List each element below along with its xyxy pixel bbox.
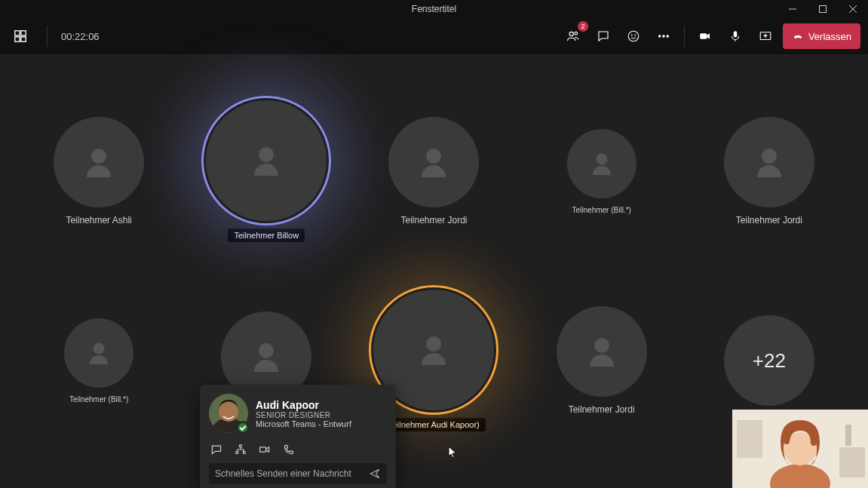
participant-tile[interactable]: Teilnehmer (Bill.*) [15,266,182,456]
window-maximize-button[interactable] [808,0,838,18]
contact-name: Audi Kapoor [256,399,351,411]
chat-button[interactable] [590,23,616,49]
toolbar-divider [684,26,685,47]
send-icon[interactable] [369,468,381,480]
participant-name: Teilnehmer (Bill.*) [572,206,631,214]
window-close-button[interactable] [838,0,868,18]
gallery-layout-button[interactable] [8,23,33,49]
svg-point-13 [658,35,660,37]
chat-action-button[interactable] [210,443,222,456]
participant-name: Teilnehmer Jordi [400,215,467,226]
window-minimize-button[interactable] [778,0,808,18]
avatar-placeholder-icon [54,117,144,207]
people-button[interactable]: 2 [560,23,586,49]
camera-toggle-button[interactable] [692,23,718,49]
window-title: Fenstertitel [412,4,456,14]
reactions-button[interactable] [621,23,646,49]
contact-avatar [209,394,248,433]
svg-rect-4 [15,31,20,35]
participant-name: Teilnehmer Jordi [569,404,635,415]
svg-point-15 [667,35,668,37]
svg-point-22 [426,149,441,164]
svg-point-8 [569,32,573,35]
self-video-preview[interactable] [732,410,868,488]
svg-point-11 [631,35,632,35]
svg-point-40 [236,451,238,453]
meeting-timer: 00:22:06 [61,31,100,42]
participant-tile[interactable]: Teilnehmer Billow [182,77,350,266]
avatar-placeholder-icon [557,306,647,397]
participant-name: Teilnehmer (Bill.*) [69,395,128,404]
avatar-placeholder-icon [388,117,479,207]
svg-point-21 [259,147,274,162]
svg-point-27 [426,336,441,351]
participant-tile[interactable]: Teilnehmer Jordi [518,266,686,456]
participant-tile[interactable]: Teilnehmer Jordi [350,77,517,266]
svg-point-39 [239,445,241,447]
svg-point-25 [94,342,105,354]
org-chart-action-button[interactable] [235,443,247,456]
more-actions-button[interactable] [651,23,676,49]
participant-name: Teilnehmer Audi Kapoor) [382,418,485,431]
svg-rect-17 [734,31,738,37]
svg-point-26 [259,343,274,358]
overflow-avatar: +22 [724,315,814,406]
contact-team: Microsoft Teams - Entwurf [256,419,351,428]
share-screen-button[interactable] [753,23,778,49]
svg-rect-1 [820,6,827,13]
contact-card: Audi Kapoor SENIOR DESIGNER Microsoft Te… [200,385,396,488]
svg-rect-32 [845,425,851,446]
participant-tile[interactable]: Teilnehmer Jordi [686,77,853,266]
toolbar-divider [47,26,48,47]
participant-name: Teilnehmer Billow [228,229,305,242]
window-title-bar: Fenstertitel [0,0,868,18]
svg-rect-6 [15,37,20,41]
people-badge: 2 [578,21,588,32]
svg-rect-16 [700,33,707,39]
svg-rect-30 [737,420,762,458]
svg-point-14 [663,35,664,37]
avatar-placeholder-icon [567,129,636,198]
svg-point-23 [596,153,607,164]
svg-point-12 [635,35,636,35]
avatar-placeholder-icon [206,100,327,221]
svg-rect-42 [260,447,266,452]
leave-meeting-button[interactable]: Verlassen [783,23,860,49]
contact-role: SENIOR DESIGNER [256,411,351,419]
quick-message-input[interactable] [215,468,363,479]
svg-point-24 [762,149,777,164]
svg-rect-7 [21,37,26,41]
meeting-toolbar: 00:22:06 2 Verlassen [0,18,868,54]
video-call-action-button[interactable] [259,443,271,456]
svg-rect-5 [21,31,26,35]
svg-point-9 [575,32,578,35]
participant-tile[interactable]: Teilnehmer Ashli [15,77,182,266]
svg-point-10 [628,31,639,41]
presence-available-icon [236,421,250,434]
avatar-placeholder-icon [724,117,814,207]
svg-rect-31 [839,447,865,477]
participant-name: Teilnehmer Jordi [736,215,802,226]
self-video-image [732,410,868,488]
svg-point-20 [91,149,106,164]
overflow-count: +22 [753,349,786,373]
participant-grid: Teilnehmer Ashli Teilnehmer Billow Teiln… [15,77,853,455]
avatar-placeholder-icon [64,318,133,388]
leave-button-label: Verlassen [808,31,851,42]
participant-name: Teilnehmer Ashli [66,215,131,226]
svg-point-28 [594,338,609,353]
audio-call-action-button[interactable] [283,443,295,456]
meeting-stage: Teilnehmer Ashli Teilnehmer Billow Teiln… [0,54,868,488]
mic-toggle-button[interactable] [722,23,748,49]
svg-point-41 [243,451,245,453]
participant-tile[interactable]: Teilnehmer (Bill.*) [518,77,686,266]
